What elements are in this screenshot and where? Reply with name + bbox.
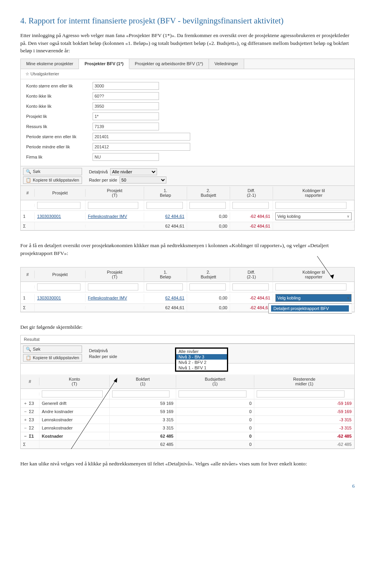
table-row: −Σ1 Kostnader62 4850-62 485 bbox=[21, 432, 354, 440]
filter-input[interactable] bbox=[37, 283, 80, 290]
filter-input[interactable] bbox=[88, 202, 138, 209]
detail-level-label: Detaljnivå bbox=[89, 169, 108, 174]
report-link-select[interactable]: Velg kobling∨ bbox=[275, 294, 352, 302]
grid-filter-row bbox=[21, 200, 354, 211]
filter-input[interactable] bbox=[88, 283, 138, 290]
table-row: −Σ2 Andre kostnader59 1690-59 169 bbox=[21, 408, 354, 416]
collapse-icon[interactable]: − bbox=[23, 426, 28, 430]
table-row: −Σ2 Lønnskostnader3 3150-3 315 bbox=[21, 424, 354, 432]
filter-input[interactable] bbox=[146, 283, 183, 290]
report-link-dropdown: Detaljert prosjektrapport BFV bbox=[268, 303, 352, 314]
detail-level-option[interactable]: Nivå 2 - BFV 2 bbox=[176, 360, 227, 365]
detail-level-option[interactable]: Alle nivåer bbox=[176, 349, 227, 354]
criteria-heading[interactable]: ☆ Utvalgskriterier bbox=[21, 69, 354, 79]
tab-guides[interactable]: Veiledninger bbox=[209, 59, 244, 69]
criteria-label: Firma lik bbox=[26, 155, 93, 159]
amount-link[interactable]: 62 484,61 bbox=[165, 214, 184, 219]
filter-input[interactable] bbox=[189, 283, 226, 290]
report-link-select[interactable]: Velg kobling∨ bbox=[275, 212, 352, 220]
filter-input[interactable] bbox=[275, 283, 346, 290]
search-button[interactable]: 🔍Søk bbox=[23, 346, 82, 353]
paragraph-1: Etter innlogging på Agresso web velger m… bbox=[20, 32, 355, 55]
filter-input[interactable] bbox=[275, 202, 346, 209]
filter-input[interactable] bbox=[232, 283, 269, 290]
resultat-heading: Resultat bbox=[21, 335, 354, 344]
table-row: 1 1303030001 Felleskostnader IMV 62 484,… bbox=[21, 211, 354, 222]
collapse-icon[interactable]: − bbox=[23, 409, 28, 414]
detail-level-select[interactable]: Alle nivåer bbox=[110, 168, 157, 175]
project-link[interactable]: 1303030001 bbox=[37, 214, 61, 219]
collapse-icon[interactable]: − bbox=[23, 434, 28, 438]
expand-icon[interactable]: + bbox=[23, 417, 28, 422]
filter-input[interactable] bbox=[42, 390, 103, 397]
section-heading: 4. Rapport for internt finansierte prosj… bbox=[20, 16, 355, 26]
paragraph-2: For å få en detaljert oversikt over pros… bbox=[20, 242, 355, 257]
tab-projects-workorder-bfv[interactable]: Prosjekter og arbeidsordre BFV (1*) bbox=[129, 59, 209, 69]
table-row: 1 1303030001 Felleskostnader IMV 62 484,… bbox=[21, 292, 354, 304]
chevron-down-icon: ∨ bbox=[347, 296, 350, 300]
table-row: +Σ3 Generell drift59 1690-59 169 bbox=[21, 399, 354, 408]
criteria-section: Konto større enn eller lik Konto ikke li… bbox=[21, 79, 354, 166]
criteria-input[interactable] bbox=[93, 143, 190, 151]
page-number: 6 bbox=[20, 483, 355, 489]
criteria-input[interactable] bbox=[93, 112, 159, 120]
criteria-input[interactable] bbox=[93, 123, 159, 130]
criteria-label: Konto ikke lik bbox=[26, 94, 93, 98]
search-icon: 🔍 bbox=[26, 169, 31, 174]
expand-icon[interactable]: + bbox=[23, 401, 28, 406]
criteria-input[interactable] bbox=[93, 153, 159, 161]
amount-link[interactable]: 62 484,61 bbox=[165, 296, 184, 300]
paragraph-4: Her kan ulike nivå velges ved å klikke p… bbox=[20, 460, 355, 468]
screenshot-grid-dropdown: # Prosjekt Prosjekt (T) 1. Beløp 2. Buds… bbox=[20, 267, 355, 312]
filter-input[interactable] bbox=[189, 202, 226, 209]
filter-input[interactable] bbox=[37, 202, 80, 209]
detail-level-popup: Alle nivåer Nivå 3 - Bfv 3 Nivå 2 - BFV … bbox=[176, 348, 227, 371]
grid-header: # Prosjekt Prosjekt (T) 1. Beløp 2. Buds… bbox=[21, 267, 354, 282]
clipboard-icon: 📋 bbox=[26, 355, 31, 360]
criteria-input[interactable] bbox=[93, 92, 159, 100]
paragraph-3: Det gir følgende skjermbilde: bbox=[20, 323, 355, 331]
grid-toolbar: 🔍Søk 📋Kopiere til utklippstavlen Detaljn… bbox=[21, 344, 354, 363]
copy-clipboard-button[interactable]: 📋Kopiere til utklippstavlen bbox=[23, 354, 82, 362]
detail-level-option[interactable]: Nivå 3 - Bfv 3 bbox=[176, 354, 227, 360]
filter-input[interactable] bbox=[112, 390, 170, 397]
tab-bar: Mine eksterne prosjekter Prosjekter BFV … bbox=[21, 59, 354, 69]
dropdown-option[interactable]: Detaljert prosjektrapport BFV bbox=[271, 305, 349, 312]
rows-per-page-select[interactable]: 50 bbox=[120, 176, 166, 184]
table-sum-row: Σ62 4850-62 485 bbox=[21, 440, 354, 449]
criteria-input[interactable] bbox=[93, 102, 159, 110]
criteria-input[interactable] bbox=[93, 133, 190, 141]
tab-projects-bfv[interactable]: Prosjekter BFV (1*) bbox=[79, 59, 129, 69]
clipboard-icon: 📋 bbox=[26, 178, 31, 183]
screenshot-projects-bfv: Mine eksterne prosjekter Prosjekter BFV … bbox=[20, 59, 355, 231]
criteria-label: Konto ikke lik bbox=[26, 104, 93, 109]
detail-level-label: Detaljnivå bbox=[89, 348, 108, 353]
tab-external-projects[interactable]: Mine eksterne prosjekter bbox=[21, 59, 79, 69]
detail-level-option[interactable]: Nivå 1 - BFV 1 bbox=[176, 365, 227, 371]
grid-header: # Prosjekt Prosjekt (T) 1. Beløp 2. Buds… bbox=[21, 186, 354, 200]
screenshot-resultat: Resultat 🔍Søk 📋Kopiere til utklippstavle… bbox=[20, 335, 355, 449]
criteria-label: Konto større enn eller lik bbox=[26, 84, 93, 88]
project-text-link[interactable]: Felleskostnader IMV bbox=[88, 296, 127, 300]
grid-header: # Konto (T) Bokført (1) Budsjettert (1) … bbox=[21, 374, 354, 389]
project-link[interactable]: 1303030001 bbox=[37, 296, 61, 300]
grid-toolbar: 🔍Søk 📋Kopiere til utklippstavlen Detaljn… bbox=[21, 166, 354, 186]
copy-clipboard-button[interactable]: 📋Kopiere til utklippstavlen bbox=[23, 176, 82, 184]
rows-per-page-label: Rader per side bbox=[89, 178, 117, 182]
rows-per-page-label: Rader per side bbox=[89, 354, 117, 359]
grid-filter-row bbox=[21, 389, 354, 399]
filter-input[interactable] bbox=[232, 202, 269, 209]
search-button[interactable]: 🔍Søk bbox=[23, 168, 82, 175]
project-text-link[interactable]: Felleskostnader IMV bbox=[88, 214, 127, 219]
grid-filter-row bbox=[21, 282, 354, 292]
search-icon: 🔍 bbox=[26, 347, 31, 352]
filter-input[interactable] bbox=[179, 390, 246, 397]
criteria-label: Ressurs lik bbox=[26, 124, 93, 129]
criteria-input[interactable] bbox=[93, 82, 159, 90]
criteria-label: Periode større enn eller lik bbox=[26, 134, 93, 139]
table-row: +Σ3 Lønnskostnader3 3150-3 315 bbox=[21, 416, 354, 424]
filter-input[interactable] bbox=[146, 202, 183, 209]
table-sum-row: Σ 62 484,61 0,00 -62 484,61 bbox=[21, 222, 354, 230]
criteria-label: Prosjekt lik bbox=[26, 114, 93, 119]
filter-input[interactable] bbox=[257, 390, 345, 397]
